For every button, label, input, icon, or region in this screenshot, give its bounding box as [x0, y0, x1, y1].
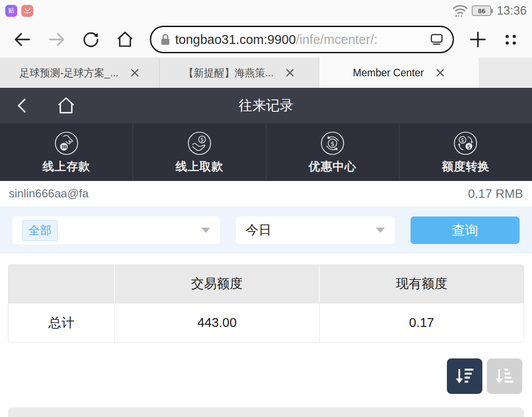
tieba-icon-glyph: 贴: [8, 7, 15, 15]
nav-label: 线上取款: [176, 159, 223, 174]
sort-controls: [0, 358, 522, 394]
close-tab-icon[interactable]: [435, 68, 445, 78]
nav-item-online-deposit[interactable]: 线上存款: [0, 123, 133, 181]
account-bar: sinlin666aa@fa 0.17 RMB: [0, 181, 532, 207]
clock: 13:36: [497, 4, 527, 18]
close-tab-icon[interactable]: [285, 68, 295, 78]
battery-indicator: 86: [472, 5, 491, 16]
new-tab-icon[interactable]: [469, 31, 487, 48]
forward-icon[interactable]: [47, 31, 66, 48]
svg-text:$: $: [200, 137, 203, 143]
tab-member-center[interactable]: Member Center: [319, 58, 479, 88]
svg-text:$: $: [467, 143, 470, 149]
type-selected-chip: 全部: [22, 220, 58, 241]
url-bar[interactable]: tongbao31.com:9900/infe/mcenter/:: [150, 26, 454, 53]
tab-label: 足球预测-足球方案_...: [20, 66, 119, 80]
url-host: tongbao31.com:9900: [175, 32, 296, 47]
sort-ascending-icon: [494, 367, 515, 386]
total-current-amount: 0.17: [320, 303, 524, 342]
account-balance: 0.17 RMB: [468, 187, 524, 201]
tieba-notification-icon[interactable]: 贴: [5, 5, 17, 17]
quick-nav: 线上存款 $ 线上取款 $ 优惠中心 $ $: [0, 123, 532, 181]
refresh-icon[interactable]: [82, 30, 100, 49]
spacer: [0, 254, 532, 264]
wifi-icon: [452, 4, 468, 18]
tabs-menu-icon[interactable]: [502, 31, 520, 48]
withdraw-icon: $: [187, 130, 212, 156]
close-tab-icon[interactable]: [130, 68, 140, 78]
tab-haiyan-alert[interactable]: 【新提醒】海燕策...: [160, 58, 319, 88]
filter-bar: 全部 今日 查询: [0, 207, 532, 254]
nav-item-quota-transfer[interactable]: $ $ 额度转换: [399, 123, 532, 181]
huawei-icon-label: HUAWEI: [24, 12, 31, 14]
header-current-amount: 现有额度: [320, 265, 524, 303]
url-path: /infe/mcenter/:: [296, 32, 378, 47]
promo-icon: $: [320, 130, 345, 156]
tab-strip: 足球预测-足球方案_... 【新提醒】海燕策... Member Center: [0, 58, 532, 88]
back-icon[interactable]: [12, 31, 32, 48]
chevron-down-icon: [376, 228, 385, 233]
nav-item-online-withdraw[interactable]: $ 线上取款: [133, 123, 266, 181]
date-range-select[interactable]: 今日: [236, 216, 395, 244]
nav-label: 线上存款: [43, 159, 90, 174]
nav-label: 额度转换: [442, 159, 489, 174]
status-bar: 贴 HUAWEI 86 13:36: [0, 0, 532, 21]
chevron-down-icon: [201, 228, 210, 233]
svg-text:$: $: [461, 137, 464, 143]
nav-item-promo-center[interactable]: $ 优惠中心: [266, 123, 399, 181]
deposit-icon: [54, 130, 79, 156]
browser-toolbar: tongbao31.com:9900/infe/mcenter/:: [0, 21, 532, 58]
transfer-icon: $ $: [453, 130, 478, 156]
url-text: tongbao31.com:9900/infe/mcenter/:: [175, 32, 425, 47]
tab-label: Member Center: [353, 67, 424, 79]
query-button[interactable]: 查询: [411, 216, 520, 244]
page-home-icon[interactable]: [56, 96, 76, 115]
total-transaction-amount: 443.00: [115, 303, 320, 342]
tab-strip-filler: [479, 58, 532, 88]
reader-mode-icon[interactable]: [430, 33, 444, 46]
lock-icon: [160, 33, 171, 46]
transaction-type-select[interactable]: 全部: [12, 216, 220, 244]
summary-table: 交易额度 现有额度 总计 443.00 0.17: [8, 264, 524, 342]
battery-percent: 86: [478, 7, 485, 15]
tab-football-forecast[interactable]: 足球预测-足球方案_...: [0, 58, 160, 88]
header-transaction-amount: 交易额度: [115, 265, 320, 303]
account-username: sinlin666aa@fa: [9, 187, 89, 201]
page-title: 往来记录: [0, 96, 532, 115]
nav-label: 优惠中心: [309, 159, 356, 174]
svg-text:$: $: [331, 140, 335, 147]
next-section-edge: [8, 407, 524, 417]
table-row-total: 总计 443.00 0.17: [8, 303, 524, 342]
page-back-icon[interactable]: [14, 97, 28, 114]
total-label: 总计: [8, 303, 115, 342]
sort-descending-icon: [454, 367, 475, 386]
huawei-appgallery-notification-icon[interactable]: HUAWEI: [21, 5, 33, 17]
sort-ascending-button[interactable]: [487, 358, 522, 394]
page-header: 往来记录: [0, 88, 532, 123]
date-selected-value: 今日: [246, 221, 271, 239]
home-icon[interactable]: [115, 30, 135, 49]
tab-label: 【新提醒】海燕策...: [184, 66, 274, 80]
sort-descending-button[interactable]: [447, 358, 482, 394]
header-empty: [8, 265, 115, 303]
table-header-row: 交易额度 现有额度: [8, 265, 524, 303]
appgallery-smile-icon: [24, 8, 31, 12]
